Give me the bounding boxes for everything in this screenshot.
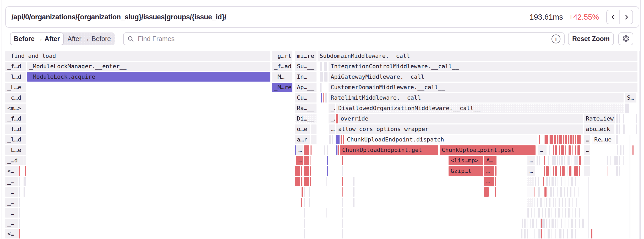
flame-frame[interactable]: <… bbox=[5, 229, 18, 238]
flame-sliver[interactable] bbox=[527, 198, 533, 207]
flame-sliver[interactable] bbox=[636, 114, 637, 123]
flame-sliver[interactable] bbox=[630, 135, 630, 238]
flame-sliver[interactable] bbox=[539, 135, 540, 144]
flame-frame[interactable]: Rate…iew bbox=[584, 114, 615, 123]
flame-sliver[interactable] bbox=[619, 124, 620, 134]
flame-frame[interactable]: a…r bbox=[295, 135, 310, 144]
flame-sliver[interactable] bbox=[546, 177, 548, 186]
flame-sliver[interactable] bbox=[534, 208, 535, 218]
flame-sliver[interactable] bbox=[353, 198, 354, 207]
flame-sliver[interactable] bbox=[546, 166, 549, 176]
flame-frame[interactable]: _M…re bbox=[272, 83, 292, 92]
flame-sliver[interactable] bbox=[327, 166, 328, 176]
flame-sliver[interactable] bbox=[320, 72, 323, 82]
flame-frame[interactable]: _f…ad bbox=[272, 62, 292, 71]
flame-sliver[interactable] bbox=[559, 145, 560, 155]
flame-sliver[interactable] bbox=[563, 135, 564, 144]
flame-frame[interactable]: … bbox=[584, 145, 590, 155]
flame-sliver[interactable] bbox=[353, 187, 354, 197]
flame-sliver[interactable] bbox=[572, 198, 573, 207]
flame-sliver[interactable] bbox=[571, 219, 573, 228]
flame-sliver[interactable] bbox=[572, 208, 572, 218]
flame-sliver[interactable] bbox=[550, 166, 550, 176]
flame-sliver[interactable] bbox=[342, 208, 343, 218]
flame-sliver[interactable] bbox=[304, 208, 305, 218]
flame-sliver[interactable] bbox=[575, 145, 576, 155]
flame-sliver[interactable] bbox=[570, 135, 572, 144]
flame-sliver[interactable] bbox=[553, 145, 554, 155]
flame-sliver[interactable] bbox=[565, 135, 567, 144]
flame-sliver[interactable] bbox=[311, 145, 312, 155]
differential-flamegraph[interactable]: _find_and_load_g…rtmi…reSubdomainMiddlew… bbox=[0, 0, 644, 239]
flame-frame[interactable]: _… bbox=[5, 208, 18, 218]
flame-sliver[interactable] bbox=[553, 198, 554, 207]
flame-sliver[interactable] bbox=[553, 166, 554, 176]
flame-sliver[interactable] bbox=[24, 187, 25, 197]
flame-frame[interactable]: _…d bbox=[5, 156, 24, 165]
flame-sliver[interactable] bbox=[342, 177, 343, 186]
flame-frame[interactable]: … bbox=[296, 156, 303, 165]
flame-sliver[interactable] bbox=[570, 187, 571, 197]
flame-sliver[interactable] bbox=[538, 177, 539, 186]
flame-frame[interactable]: ChunkUploadEndpoint.dispatch bbox=[345, 135, 537, 144]
flame-sliver[interactable] bbox=[559, 135, 562, 144]
flame-sliver[interactable] bbox=[342, 156, 343, 165]
flame-sliver[interactable] bbox=[555, 198, 556, 207]
flame-sliver[interactable] bbox=[569, 219, 569, 228]
flame-frame[interactable]: _c…d bbox=[5, 93, 26, 103]
flame-sliver[interactable] bbox=[575, 135, 576, 144]
flame-sliver[interactable] bbox=[295, 145, 296, 155]
flame-sliver[interactable] bbox=[304, 187, 305, 197]
flame-frame[interactable]: … bbox=[584, 135, 590, 144]
flame-sliver[interactable] bbox=[544, 187, 547, 197]
flame-sliver[interactable] bbox=[632, 145, 634, 155]
flame-sliver[interactable] bbox=[534, 229, 535, 238]
flame-sliver[interactable] bbox=[567, 187, 568, 197]
flame-sliver[interactable] bbox=[544, 198, 544, 207]
flame-sliver[interactable] bbox=[608, 166, 608, 176]
flame-frame[interactable]: DisallowedOrganizationMiddleware.__call_… bbox=[336, 104, 624, 113]
flame-sliver[interactable] bbox=[295, 177, 300, 186]
flame-sliver[interactable] bbox=[344, 156, 344, 165]
flame-sliver[interactable] bbox=[310, 177, 311, 186]
flame-sliver[interactable] bbox=[555, 208, 556, 218]
flame-sliver[interactable] bbox=[549, 145, 550, 155]
flame-sliver[interactable] bbox=[571, 156, 571, 165]
flame-sliver[interactable] bbox=[324, 62, 327, 71]
flame-sliver[interactable] bbox=[336, 135, 340, 144]
flame-sliver[interactable] bbox=[541, 219, 542, 228]
flame-sliver[interactable] bbox=[342, 219, 343, 228]
flame-sliver[interactable] bbox=[321, 93, 322, 103]
flame-sliver[interactable] bbox=[560, 187, 562, 197]
flame-sliver[interactable] bbox=[541, 229, 542, 238]
flame-sliver[interactable] bbox=[324, 72, 328, 82]
flame-frame[interactable]: override bbox=[339, 114, 583, 123]
flame-frame[interactable]: _ModuleLockManager.__enter__ bbox=[27, 62, 270, 71]
flame-sliver[interactable] bbox=[320, 83, 321, 92]
flame-sliver[interactable] bbox=[540, 198, 542, 207]
flame-sliver[interactable] bbox=[484, 187, 489, 197]
flame-frame[interactable]: … bbox=[484, 177, 494, 186]
flame-sliver[interactable] bbox=[560, 166, 561, 176]
flame-sliver[interactable] bbox=[342, 166, 343, 176]
flame-frame[interactable]: o…e bbox=[295, 124, 310, 134]
flame-sliver[interactable] bbox=[558, 219, 558, 228]
flame-sliver[interactable] bbox=[571, 229, 573, 238]
flame-sliver[interactable] bbox=[336, 114, 338, 123]
flame-frame[interactable]: _find_and_load bbox=[5, 51, 270, 61]
flame-sliver[interactable] bbox=[571, 177, 573, 186]
flame-frame[interactable]: _… bbox=[5, 219, 18, 228]
flame-sliver[interactable] bbox=[561, 156, 563, 165]
flame-sliver[interactable] bbox=[584, 156, 590, 165]
flame-frame[interactable]: _… bbox=[5, 198, 18, 207]
flame-sliver[interactable] bbox=[555, 229, 556, 238]
flame-sliver[interactable] bbox=[549, 135, 549, 144]
flame-sliver[interactable] bbox=[616, 166, 618, 176]
flame-sliver[interactable] bbox=[310, 145, 310, 155]
flame-sliver[interactable] bbox=[546, 219, 547, 228]
flame-sliver[interactable] bbox=[342, 229, 343, 238]
flame-sliver[interactable] bbox=[19, 219, 20, 228]
flame-sliver[interactable] bbox=[311, 124, 316, 134]
flame-sliver[interactable] bbox=[19, 208, 20, 218]
flame-sliver[interactable] bbox=[544, 135, 544, 144]
